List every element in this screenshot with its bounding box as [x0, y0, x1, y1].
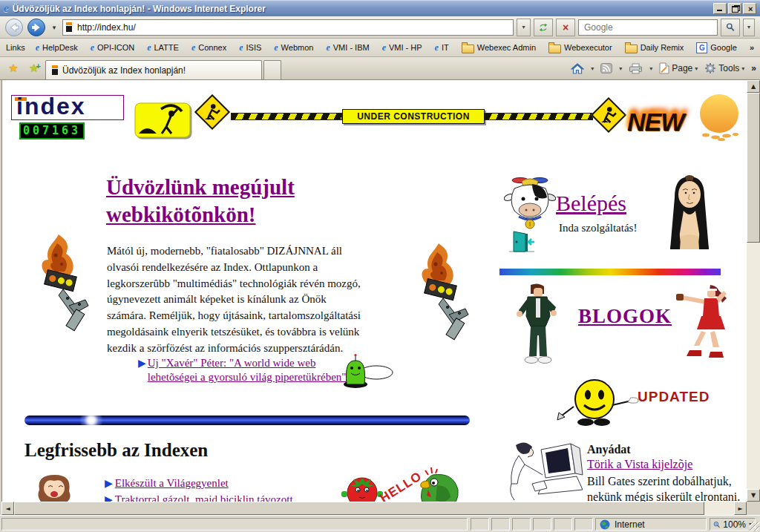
ie-icon: e: [91, 43, 94, 52]
login-cow-image: [504, 175, 556, 234]
scroll-up-button[interactable]: ▲: [747, 80, 760, 93]
add-favorite-button[interactable]: ★+: [24, 59, 44, 77]
address-dropdown-button[interactable]: ▾: [517, 19, 531, 36]
navigation-bar: ▾ ▾ × ▾: [0, 16, 760, 39]
progress-pane: [574, 518, 593, 531]
command-overflow-chevron[interactable]: »: [751, 63, 756, 73]
welcome-heading-link[interactable]: Üdvözlünk megújult webkikötõnkön!: [106, 174, 344, 229]
gear-icon: [704, 62, 716, 74]
url-input[interactable]: [76, 22, 510, 33]
star-icon: ★: [8, 62, 18, 74]
forward-button[interactable]: [27, 18, 46, 37]
close-icon: ×: [748, 4, 753, 13]
stop-button[interactable]: ×: [556, 19, 575, 36]
print-button[interactable]: [626, 62, 645, 76]
digger-sign-image: [134, 102, 192, 139]
caret-down-icon: ▾: [522, 24, 525, 30]
stop-icon: ×: [563, 22, 569, 33]
horizontal-scrollbar[interactable]: ◄ ►: [1, 502, 747, 515]
scroll-down-icon: ▼: [751, 492, 756, 499]
search-box[interactable]: [578, 19, 718, 36]
history-dropdown-button[interactable]: ▾: [49, 19, 59, 36]
mona-lisa-image: [652, 172, 725, 249]
home-dropdown-button[interactable]: ▾: [589, 64, 596, 73]
link-item-latte[interactable]: eLATTE: [147, 43, 179, 52]
link-item-webexec-admin[interactable]: Webexec Admin: [462, 42, 536, 53]
search-button[interactable]: [721, 19, 740, 36]
home-button[interactable]: [569, 62, 586, 76]
search-input[interactable]: [583, 22, 713, 33]
anyadat-title: Anyádat: [587, 442, 631, 457]
link-item-opi-icon[interactable]: eOPI-ICON: [91, 43, 134, 52]
page-icon: [659, 62, 669, 74]
link-item-google[interactable]: GGoogle: [696, 42, 736, 53]
blogok-link[interactable]: BLOGOK: [578, 304, 672, 328]
link-item-vmi-ibm[interactable]: eVMI - IBM: [326, 43, 369, 52]
active-tab[interactable]: Üdvözöljük az Index honlapján!: [45, 60, 262, 79]
blue-divider: [24, 416, 470, 425]
link-item-connex[interactable]: eConnex: [191, 43, 226, 52]
refresh-button[interactable]: [534, 19, 553, 36]
news-item: ▶ Elkészült a Világegyenlet: [105, 476, 229, 490]
feeds-button[interactable]: [598, 62, 615, 75]
minimize-button[interactable]: [713, 3, 727, 14]
xaver-article-link[interactable]: Uj "Xavér" Péter: "A world wide web lehe…: [148, 356, 355, 384]
restore-button[interactable]: [728, 3, 741, 14]
roadsign-right-image: [591, 97, 626, 133]
forward-arrow-icon: [27, 18, 46, 37]
back-button[interactable]: [4, 18, 24, 37]
scroll-left-button[interactable]: ◄: [1, 502, 14, 515]
progress-pane: [533, 518, 551, 531]
torch-left-image: [27, 233, 91, 338]
link-item-webmon[interactable]: eWebmon: [274, 43, 313, 52]
ie-icon: e: [191, 43, 195, 52]
worm-image: [341, 353, 394, 389]
triangle-bullet-icon: ▶: [105, 493, 113, 502]
vertical-scrollbar[interactable]: ▲ ▼: [747, 80, 760, 502]
barricade-tape-left: [231, 113, 342, 120]
feeds-dropdown-button[interactable]: ▾: [617, 64, 624, 73]
back-arrow-icon: [4, 18, 24, 37]
tools-menu-button[interactable]: Tools ▾: [702, 61, 747, 76]
zone-label: Internet: [615, 519, 645, 530]
link-item-it[interactable]: eIT: [435, 43, 449, 52]
favorites-button[interactable]: ★: [4, 59, 23, 77]
news-link-vilagegyenlet[interactable]: Elkészült a Világegyenlet: [115, 476, 229, 490]
link-item-webexecutor[interactable]: Webexecutor: [548, 42, 612, 53]
links-overflow-chevron[interactable]: »: [750, 43, 754, 52]
search-dropdown-button[interactable]: ▾: [743, 19, 755, 36]
scroll-right-icon: ►: [738, 505, 742, 512]
computer-man-image: [502, 438, 584, 502]
link-item-vmi-hp[interactable]: eVMI - HP: [382, 43, 422, 52]
links-label: Links: [6, 43, 25, 52]
close-button[interactable]: ×: [743, 3, 756, 14]
news-section-title: Legfrissebb az Indexen: [24, 439, 208, 462]
xaver-article-item: ▶ Uj "Xavér" Péter: "A world wide web le…: [138, 356, 355, 384]
page-content: index 007163 UNDER CONSTRUCTION NEW Üdvö…: [1, 80, 747, 502]
link-item-isis[interactable]: eISIS: [239, 43, 261, 52]
link-item-daily-remix[interactable]: Daily Remix: [625, 42, 684, 53]
vista-article-link[interactable]: Törik a Vista kijelzõje: [587, 458, 692, 470]
vscroll-thumb[interactable]: [747, 93, 760, 243]
caret-down-icon: ▾: [747, 24, 750, 30]
zoom-pane[interactable]: 100% ▾: [710, 518, 756, 531]
news-link-traktor[interactable]: Traktorral gázolt, majd biciklin távozot…: [115, 493, 293, 502]
title-bar: e Üdvözöljük az Index honlapján! - Windo…: [0, 0, 760, 16]
ie-icon: e: [239, 43, 243, 52]
address-bar[interactable]: [62, 19, 514, 36]
index-logo: index: [11, 95, 124, 120]
page-menu-button[interactable]: Page ▾: [657, 61, 700, 76]
belepes-link[interactable]: Belépés: [556, 190, 626, 217]
link-item-helpdesk[interactable]: eHelpDesk: [36, 43, 78, 52]
print-dropdown-button[interactable]: ▾: [647, 64, 655, 73]
hscroll-thumb[interactable]: [14, 502, 704, 515]
resize-grip[interactable]: [750, 522, 759, 531]
scroll-down-button[interactable]: ▼: [747, 489, 760, 502]
scroll-right-button[interactable]: ►: [734, 502, 747, 515]
ie-logo-icon: e: [4, 3, 9, 14]
scroll-left-icon: ◄: [5, 505, 10, 512]
command-bar: ▾ ▾ ▾ Page ▾ Tools ▾ »: [569, 59, 756, 78]
tools-label: Tools: [718, 63, 739, 73]
new-tab-stub[interactable]: [263, 60, 281, 79]
caret-down-icon: ▾: [53, 24, 56, 31]
